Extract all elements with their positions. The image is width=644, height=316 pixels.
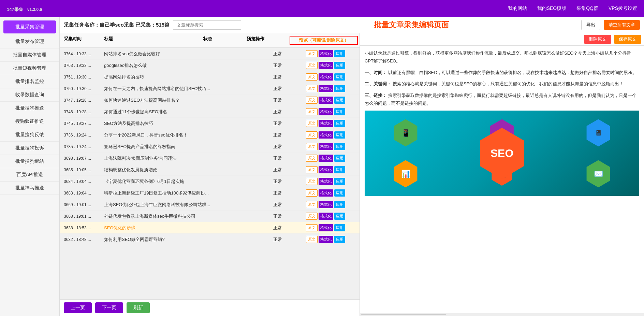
next-page-button[interactable]: 下一页	[95, 302, 123, 313]
sidebar-item-baidu-api[interactable]: 百度API推送	[0, 168, 59, 182]
sidebar-item-batch-video[interactable]: 批量短视频管理	[0, 62, 59, 75]
row-title: 如何通过11个步骤提高SEO排名	[101, 109, 264, 115]
btn-yingyong-14[interactable]: 应用	[334, 213, 345, 220]
btn-yuanwen-4[interactable]: 原文	[306, 97, 318, 104]
btn-geishi-7[interactable]: 格式化	[319, 131, 333, 139]
nav-seo-template[interactable]: 我的SEO模版	[537, 5, 567, 12]
btn-yuanwen-1[interactable]: 原文	[306, 62, 318, 69]
btn-yuanwen-2[interactable]: 原文	[306, 73, 318, 81]
topbar: 采集任务名称：自己学seo采集 已采集：515篇 批量文章采集编辑页面 导出 清…	[60, 17, 644, 33]
sidebar-item-sogou-bind[interactable]: 批量搜狗绑站	[0, 155, 59, 168]
row-time: 3684 . 19:04:...	[60, 179, 101, 184]
btn-yuanwen-13[interactable]: 原文	[306, 201, 318, 208]
nav-vps[interactable]: VPS拨号设置	[609, 5, 637, 12]
btn-yingyong-0[interactable]: 应用	[334, 50, 345, 57]
sidebar-item-sogou-verify[interactable]: 搜狗验证推送	[0, 115, 59, 128]
sidebar-item-sogou-feedback[interactable]: 批量搜狗反馈	[0, 128, 59, 142]
row-actions: 原文 格式化 应用	[291, 73, 360, 81]
btn-geishi-9[interactable]: 格式化	[319, 155, 333, 162]
section3-title: 三、链接：	[365, 93, 387, 98]
save-original-button[interactable]: 保存原文	[614, 35, 641, 44]
sidebar-item-shenma-push[interactable]: 批量神马推送	[0, 182, 59, 195]
btn-yuanwen-7[interactable]: 原文	[306, 131, 318, 139]
btn-yingyong-7[interactable]: 应用	[334, 131, 345, 139]
btn-yuanwen-11[interactable]: 原文	[306, 178, 318, 185]
prev-page-button[interactable]: 上一页	[64, 302, 92, 313]
row-status: 正常	[264, 51, 291, 57]
sidebar-item-batch-media[interactable]: 批量自媒体管理	[0, 48, 59, 62]
btn-yuanwen-10[interactable]: 原文	[306, 166, 318, 173]
btn-geishi-6[interactable]: 格式化	[319, 120, 333, 127]
btn-yingyong-11[interactable]: 应用	[334, 178, 345, 185]
row-time: 3735 . 19:24:...	[60, 144, 101, 149]
nav-my-site[interactable]: 我的网站	[508, 5, 527, 12]
preview-content[interactable]: 小编认为就是通过引擎，得到好的，获得更多网站度我们称作流量，最后成成交。那么到底…	[360, 46, 644, 313]
sidebar-item-rank-monitor[interactable]: 批量排名监控	[0, 75, 59, 88]
btn-yuanwen-9[interactable]: 原文	[306, 155, 318, 162]
sidebar-item-batch-collect[interactable]: 批量采集管理	[3, 20, 56, 33]
nav-qq-group[interactable]: 采集QQ群	[576, 5, 598, 12]
export-button[interactable]: 导出	[581, 20, 600, 30]
btn-geishi-16[interactable]: 格式化	[319, 236, 333, 243]
btn-yingyong-10[interactable]: 应用	[334, 166, 345, 173]
btn-geishi-2[interactable]: 格式化	[319, 73, 333, 81]
btn-geishi-3[interactable]: 格式化	[319, 85, 333, 92]
btn-yuanwen-14[interactable]: 原文	[306, 213, 318, 220]
btn-geishi-5[interactable]: 格式化	[319, 108, 333, 115]
btn-yingyong-16[interactable]: 应用	[334, 236, 345, 243]
btn-geishi-14[interactable]: 格式化	[319, 213, 333, 220]
btn-yingyong-2[interactable]: 应用	[334, 73, 345, 81]
sidebar-item-sogou-push[interactable]: 批量搜狗推送	[0, 102, 59, 115]
btn-geishi-1[interactable]: 格式化	[319, 62, 333, 69]
btn-yuanwen-15[interactable]: 原文	[306, 224, 318, 231]
row-actions: 原文 格式化 应用	[291, 178, 360, 185]
preview-header-btn[interactable]: 预览（可编辑/删除原文）	[290, 36, 358, 45]
row-actions: 原文 格式化 应用	[291, 155, 360, 162]
row-actions: 原文 格式化 应用	[291, 85, 360, 92]
preview-scroll-bar[interactable]	[360, 313, 644, 316]
btn-yuanwen-3[interactable]: 原文	[306, 85, 318, 92]
refresh-button[interactable]: 刷新	[127, 302, 150, 313]
sidebar-item-batch-publish[interactable]: 批量发布管理	[0, 35, 59, 48]
btn-geishi-11[interactable]: 格式化	[319, 178, 333, 185]
main: 采集任务名称：自己学seo采集 已采集：515篇 批量文章采集编辑页面 导出 清…	[60, 17, 644, 316]
btn-yingyong-3[interactable]: 应用	[334, 85, 345, 92]
btn-yingyong-1[interactable]: 应用	[334, 62, 345, 69]
btn-yuanwen-5[interactable]: 原文	[306, 108, 318, 115]
sidebar-item-sogou-complaint[interactable]: 批量搜狗投诉	[0, 142, 59, 155]
btn-geishi-12[interactable]: 格式化	[319, 189, 333, 197]
btn-yuanwen-6[interactable]: 原文	[306, 120, 318, 127]
btn-yingyong-6[interactable]: 应用	[334, 120, 345, 127]
row-title: 《宁夏优化营商环境条例》6月1日起实施	[101, 178, 264, 185]
btn-yingyong-13[interactable]: 应用	[334, 201, 345, 208]
btn-yuanwen-0[interactable]: 原文	[306, 50, 318, 57]
row-time: 3747 . 19:28:...	[60, 98, 101, 103]
btn-yingyong-9[interactable]: 应用	[334, 155, 345, 162]
btn-geishi-4[interactable]: 格式化	[319, 97, 333, 104]
btn-yingyong-15[interactable]: 应用	[334, 224, 345, 231]
btn-geishi-10[interactable]: 格式化	[319, 166, 333, 173]
btn-yuanwen-8[interactable]: 原文	[306, 143, 318, 150]
btn-yingyong-12[interactable]: 应用	[334, 189, 345, 197]
btn-yingyong-5[interactable]: 应用	[334, 108, 345, 115]
btn-yuanwen-16[interactable]: 原文	[306, 236, 318, 243]
row-actions: 原文 格式化 应用	[291, 213, 360, 220]
row-status: 正常	[264, 120, 291, 127]
search-input[interactable]	[173, 20, 241, 30]
btn-yingyong-8[interactable]: 应用	[334, 143, 345, 150]
btn-geishi-8[interactable]: 格式化	[319, 143, 333, 150]
row-status: 正常	[264, 109, 291, 115]
bottom-bar: 上一页 下一页 刷新	[60, 299, 360, 316]
btn-geishi-15[interactable]: 格式化	[319, 224, 333, 231]
clear-all-button[interactable]: 清空所有文章	[604, 20, 640, 30]
btn-geishi-0[interactable]: 格式化	[319, 50, 333, 57]
btn-yuanwen-12[interactable]: 原文	[306, 189, 318, 197]
delete-original-button[interactable]: 删除原文	[584, 35, 611, 44]
row-status: 正常	[264, 155, 291, 161]
logo: 147采集 v1.3.0.6	[7, 4, 42, 13]
row-status: 正常	[264, 202, 291, 208]
row-title: 如何在一天之内，快速提高网站排名的使用SEO技巧...	[101, 86, 264, 92]
btn-yingyong-4[interactable]: 应用	[334, 97, 345, 104]
btn-geishi-13[interactable]: 格式化	[319, 201, 333, 208]
sidebar-item-record-query[interactable]: 收录数据查询	[0, 88, 59, 102]
